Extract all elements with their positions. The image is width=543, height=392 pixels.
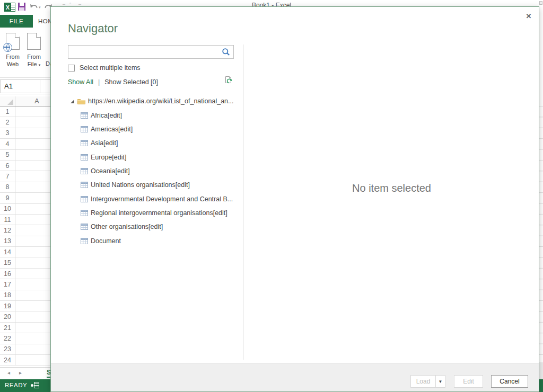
show-all-link[interactable]: Show All [68, 78, 93, 86]
name-box[interactable]: A1 [0, 79, 40, 93]
row-header[interactable]: 10 [0, 204, 15, 215]
table-icon [81, 126, 88, 132]
row-header[interactable]: 20 [0, 311, 15, 322]
table-icon [81, 210, 88, 216]
sheet-row: 9 [0, 193, 58, 203]
row-header[interactable]: 1 [0, 106, 15, 117]
close-icon[interactable]: ✕ [524, 11, 533, 21]
select-all-corner[interactable] [0, 96, 15, 106]
sheet-row: 22 [0, 333, 58, 344]
tree-item[interactable]: Europe[edit] [51, 150, 239, 164]
tab-file[interactable]: FILE [0, 15, 33, 28]
sheet-row: 11 [0, 215, 58, 225]
row-header[interactable]: 4 [0, 139, 15, 149]
cancel-button[interactable]: Cancel [491, 375, 528, 388]
sheet-nav-left-icon[interactable]: ◂ [7, 370, 10, 376]
from-file-icon [27, 33, 41, 50]
row-header[interactable]: 6 [0, 161, 15, 171]
table-icon [81, 168, 88, 174]
load-dropdown-icon[interactable]: ▼ [435, 375, 445, 388]
row-header[interactable]: 12 [0, 225, 15, 236]
row-header[interactable]: 8 [0, 182, 15, 193]
row-header[interactable]: 7 [0, 171, 15, 182]
search-icon[interactable] [222, 48, 230, 58]
from-file-button[interactable]: From File ▾ [24, 31, 44, 76]
sheet-row: 7 [0, 171, 58, 182]
row-header[interactable]: 24 [0, 355, 15, 366]
tree-item-label: Asia[edit] [91, 139, 118, 147]
expander-icon[interactable] [70, 99, 75, 104]
tree-item[interactable]: Oceania[edit] [51, 164, 239, 178]
refresh-icon[interactable] [225, 76, 234, 87]
sheet-row: 17 [0, 279, 58, 290]
search-input[interactable] [68, 45, 234, 59]
sheet-row: 16 [0, 269, 58, 279]
table-icon [81, 196, 88, 202]
ribbon-fragment-icon [539, 1, 542, 5]
tree-item[interactable]: Regional intergovernmental organisations… [51, 206, 239, 220]
row-header[interactable]: 14 [0, 247, 15, 257]
from-web-button[interactable]: From Web [3, 31, 23, 76]
sheet-nav-right-icon[interactable]: ▸ [19, 370, 22, 376]
sheet-row: 10 [0, 204, 58, 215]
row-header[interactable]: 19 [0, 301, 15, 311]
table-icon [81, 112, 88, 119]
tree-item[interactable]: Americas[edit] [51, 122, 239, 136]
tree-item[interactable]: Other organisations[edit] [51, 220, 239, 234]
tree-item-label: Other organisations[edit] [91, 223, 163, 230]
folder-icon [77, 98, 85, 104]
sheet-row: 20 [0, 311, 58, 322]
from-web-icon [6, 33, 20, 50]
show-filter-row: Show All | Show Selected [0] [68, 77, 158, 87]
dropdown-caret-icon: ▾ [39, 63, 41, 67]
pipe-separator: | [98, 78, 100, 86]
row-header[interactable]: 16 [0, 269, 15, 279]
show-selected-link[interactable]: Show Selected [0] [104, 78, 158, 86]
tree-item[interactable]: Asia[edit] [51, 136, 239, 150]
sheet-row: 2 [0, 117, 58, 128]
edit-button[interactable]: Edit [454, 375, 483, 388]
select-multiple-label: Select multiple items [80, 64, 141, 72]
row-header[interactable]: 18 [0, 290, 15, 301]
sheet-row: 24 [0, 355, 58, 366]
spreadsheet-grid: A 12345678910111213141516171819202122232… [0, 96, 58, 367]
sheet-row: 4 [0, 139, 58, 149]
row-header[interactable]: 21 [0, 323, 15, 333]
load-button[interactable]: Load [410, 375, 436, 388]
tree-item[interactable]: United Nations organisations[edit] [51, 178, 239, 192]
row-header[interactable]: 23 [0, 344, 15, 355]
dialog-title: Navigator [68, 22, 118, 35]
macro-record-icon[interactable] [31, 382, 39, 389]
row-header[interactable]: 9 [0, 193, 15, 203]
row-header[interactable]: 15 [0, 257, 15, 268]
table-icon [81, 238, 88, 244]
tree-item-label: Regional intergovernmental organisations… [91, 209, 227, 217]
tree-item-label: Europe[edit] [91, 154, 126, 161]
tree-item-label: United Nations organisations[edit] [91, 181, 190, 189]
select-multiple-checkbox[interactable] [68, 65, 75, 72]
table-icon [81, 182, 88, 188]
sheet-row: 5 [0, 150, 58, 161]
sheet-row: 21 [0, 323, 58, 333]
row-header[interactable]: 17 [0, 279, 15, 290]
sheet-row: 1 [0, 106, 58, 117]
sheet-tab-bar: ◂ ▸ Sheet1 [0, 367, 58, 379]
row-header[interactable]: 11 [0, 215, 15, 225]
tree-item[interactable]: Africa[edit] [51, 108, 239, 122]
row-header[interactable]: 22 [0, 333, 15, 344]
sheet-row: 6 [0, 161, 58, 171]
dialog-footer: Load ▼ Edit Cancel [51, 363, 539, 391]
select-all-icon [7, 99, 13, 105]
row-header[interactable]: 2 [0, 117, 15, 128]
row-header[interactable]: 13 [0, 236, 15, 247]
sheet-row: 19 [0, 301, 58, 311]
row-header[interactable]: 3 [0, 128, 15, 139]
tree-item[interactable]: Document [51, 234, 239, 247]
column-header-row: A [0, 96, 58, 106]
tree-root-item[interactable]: https://en.wikipedia.org/wiki/List_of_na… [51, 94, 239, 108]
tree-item-label: Oceania[edit] [91, 167, 130, 175]
row-header[interactable]: 5 [0, 150, 15, 161]
tree-item[interactable]: Intergovernmental Development and Centra… [51, 192, 239, 206]
navigator-tree: https://en.wikipedia.org/wiki/List_of_na… [51, 94, 239, 248]
sheet-row: 23 [0, 344, 58, 355]
